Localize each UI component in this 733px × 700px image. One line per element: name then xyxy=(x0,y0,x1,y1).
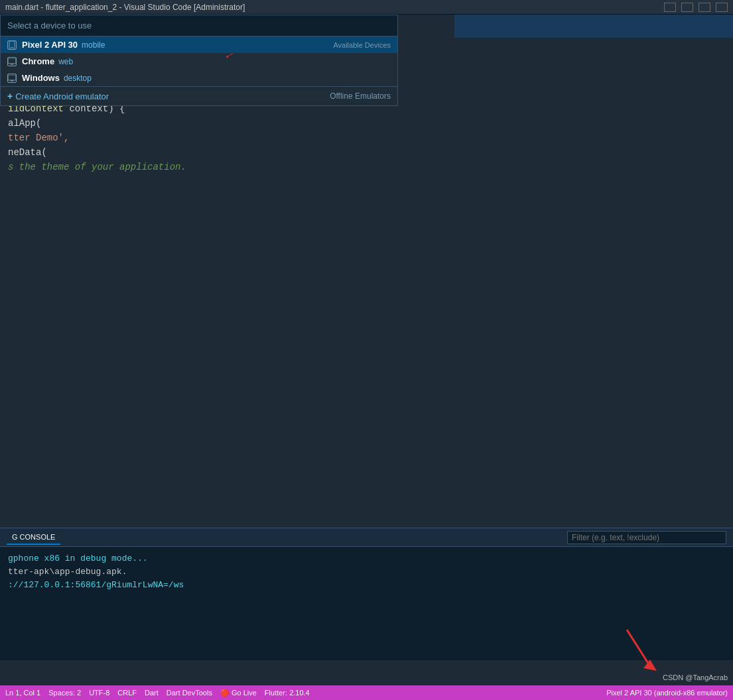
code-line-11: neData( xyxy=(8,145,454,160)
desktop-icon xyxy=(7,74,17,83)
status-line-ending[interactable]: CRLF xyxy=(117,689,137,697)
code-line-9: alApp( xyxy=(8,116,454,131)
maximize-icon[interactable] xyxy=(699,3,710,12)
create-emulator-label: Create Android emulator xyxy=(15,91,109,101)
status-flutter[interactable]: Flutter: 2.10.4 xyxy=(265,689,310,697)
watermark: CSDN @TangAcrab xyxy=(663,673,728,681)
device-picker-footer: + Create Android emulator Offline Emulat… xyxy=(1,86,397,105)
console-header: G CONSOLE xyxy=(0,528,733,547)
available-devices-header: Pixel 2 API 30 mobile Available Devices xyxy=(1,36,397,53)
offline-emulators-label: Offline Emulators xyxy=(330,91,391,101)
status-language[interactable]: Dart xyxy=(145,689,159,697)
restore-icon[interactable] xyxy=(681,3,693,12)
svg-marker-7 xyxy=(643,660,657,671)
console-panel: G CONSOLE gphone x86 in debug mode... tt… xyxy=(0,528,733,660)
status-device[interactable]: Pixel 2 API 30 (android-x86 emulator) xyxy=(606,689,728,697)
title-bar-text: main.dart - flutter_application_2 - Visu… xyxy=(5,3,245,12)
close-icon[interactable] xyxy=(716,3,728,12)
code-line-12: s the theme of your application. xyxy=(8,160,454,174)
title-bar-icons xyxy=(664,3,728,12)
device-type-pixel2: mobile xyxy=(82,40,105,50)
svg-rect-5 xyxy=(11,80,13,82)
minimize-icon[interactable] xyxy=(664,3,676,12)
console-tabs: G CONSOLE xyxy=(7,530,60,545)
status-bar-left: Ln 1, Col 1 Spaces: 2 UTF-8 CRLF Dart Da… xyxy=(5,689,310,697)
device-name-chrome: Chrome xyxy=(22,56,54,66)
create-emulator-button[interactable]: + Create Android emulator xyxy=(7,91,109,101)
plus-icon: + xyxy=(7,91,13,101)
console-tab-debug[interactable]: G CONSOLE xyxy=(7,530,60,545)
device-item-chrome-wrapper: Chrome web xyxy=(1,53,397,70)
status-bar: Ln 1, Col 1 Spaces: 2 UTF-8 CRLF Dart Da… xyxy=(0,685,733,700)
status-bar-right: Pixel 2 API 30 (android-x86 emulator) xyxy=(606,689,728,697)
status-encoding[interactable]: UTF-8 xyxy=(89,689,109,697)
device-type-windows: desktop xyxy=(64,74,92,83)
svg-rect-3 xyxy=(11,64,13,65)
svg-rect-4 xyxy=(8,75,16,80)
console-filter-input[interactable] xyxy=(567,531,726,544)
device-list: Pixel 2 API 30 mobile Available Devices … xyxy=(1,36,397,86)
available-label: Available Devices xyxy=(333,41,391,49)
console-line-1: gphone x86 in debug mode... xyxy=(8,552,725,565)
device-picker-input[interactable] xyxy=(1,15,397,36)
device-item-windows[interactable]: Windows desktop xyxy=(1,70,397,86)
status-spaces[interactable]: Spaces: 2 xyxy=(48,689,81,697)
svg-rect-0 xyxy=(9,41,15,49)
device-picker-dropdown: Pixel 2 API 30 mobile Available Devices … xyxy=(0,15,398,106)
title-bar: main.dart - flutter_application_2 - Visu… xyxy=(0,0,733,15)
status-position[interactable]: Ln 1, Col 1 xyxy=(5,689,40,697)
console-line-3: ://127.0.0.1:56861/gRiumlrLwNA=/ws xyxy=(8,579,725,592)
device-type-chrome: web xyxy=(58,57,73,66)
status-golive[interactable]: 🔴 Go Live xyxy=(220,689,257,697)
console-line-2: tter-apk\app-debug.apk. xyxy=(8,565,725,579)
monitor-icon xyxy=(7,57,17,66)
console-output: gphone x86 in debug mode... tter-apk\app… xyxy=(0,547,733,597)
code-line-10: tter Demo', xyxy=(8,131,454,145)
device-item-pixel2[interactable]: Pixel 2 API 30 mobile Available Devices xyxy=(1,36,397,53)
device-item-chrome[interactable]: Chrome web xyxy=(1,53,397,70)
phone-icon xyxy=(7,40,17,50)
right-panel-header xyxy=(454,15,733,38)
svg-rect-2 xyxy=(8,58,16,64)
svg-rect-1 xyxy=(11,47,13,48)
device-item-windows-wrapper: Windows desktop xyxy=(1,70,397,86)
status-devtools[interactable]: Dart DevTools xyxy=(167,689,212,697)
device-name-pixel2: Pixel 2 API 30 xyxy=(22,40,78,50)
device-name-windows: Windows xyxy=(22,73,60,83)
